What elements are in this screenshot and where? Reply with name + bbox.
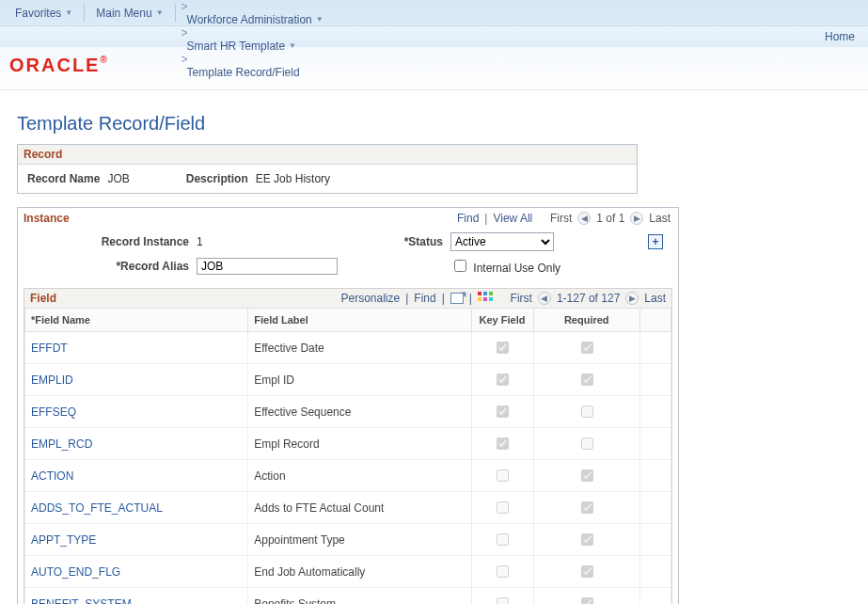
- key-field-checkbox: [497, 565, 509, 578]
- prev-icon[interactable]: ◀: [538, 292, 551, 305]
- next-icon[interactable]: ▶: [625, 292, 639, 305]
- main-menu-label: Main Menu: [96, 7, 151, 20]
- table-row: EMPLIDEmpl ID: [25, 364, 671, 396]
- field-header-row: *Field Name Field Label Key Field Requir…: [25, 309, 671, 332]
- spacer-cell: [639, 492, 671, 524]
- field-name-cell[interactable]: BENEFIT_SYSTEM: [25, 588, 248, 605]
- breadcrumb-item-label: Smart HR Template: [187, 40, 285, 53]
- record-panel-header: Record: [18, 145, 637, 165]
- divider-pipe: |: [469, 292, 472, 305]
- key-field-cell: [471, 524, 533, 556]
- chevron-down-icon: ▼: [289, 41, 296, 50]
- spacer-cell: [639, 428, 671, 460]
- record-name-value: JOB: [107, 172, 129, 185]
- add-row-button[interactable]: +: [648, 234, 663, 249]
- key-field-cell: [471, 428, 533, 460]
- field-name-cell[interactable]: EMPLID: [25, 364, 248, 396]
- key-field-cell: [471, 364, 533, 396]
- record-name-label: Record Name: [27, 172, 100, 185]
- field-grid-wrap: Field Personalize | Find | | First ◀ 1-1…: [24, 288, 672, 604]
- breadcrumb-separator: >: [181, 0, 188, 13]
- breadcrumb-item-label: Template Record/Field: [187, 66, 300, 79]
- record-alias-label: *Record Alias: [27, 260, 197, 273]
- field-label-cell: Appointment Type: [248, 524, 471, 556]
- table-row: EFFDTEffective Date: [25, 332, 671, 364]
- key-field-checkbox: [497, 374, 509, 386]
- col-spacer: [639, 309, 671, 332]
- oracle-logo: ORACLE®: [9, 55, 109, 75]
- download-grid-icon[interactable]: [478, 292, 493, 305]
- instance-viewall-link[interactable]: View All: [493, 212, 532, 225]
- record-desc-value: EE Job History: [256, 172, 330, 185]
- required-checkbox: [581, 597, 593, 604]
- field-name-cell[interactable]: EFFDT: [25, 332, 248, 364]
- field-label-cell: Effective Date: [248, 332, 471, 364]
- field-first-label: First: [511, 292, 532, 305]
- personalize-link[interactable]: Personalize: [341, 292, 401, 305]
- col-field-name[interactable]: *Field Name: [25, 309, 248, 332]
- breadcrumb-item[interactable]: Template Record/Field: [178, 66, 333, 79]
- field-name-cell[interactable]: APPT_TYPE: [25, 524, 248, 556]
- prev-icon[interactable]: ◀: [577, 212, 591, 225]
- status-select[interactable]: Active: [450, 232, 554, 251]
- breadcrumb-trail: >Set Up HCM▼>Product Related▼>Workforce …: [178, 0, 333, 79]
- required-cell: [533, 396, 639, 428]
- field-last-label: Last: [644, 292, 666, 305]
- field-grid-scroll[interactable]: *Field Name Field Label Key Field Requir…: [24, 308, 672, 604]
- divider: [175, 5, 176, 22]
- record-instance-value: 1: [197, 235, 347, 248]
- field-range-text: 1-127 of 127: [557, 292, 620, 305]
- table-row: ACTIONAction: [25, 460, 671, 492]
- record-instance-label: Record Instance: [27, 235, 197, 248]
- key-field-cell: [471, 556, 533, 588]
- internal-use-checkbox[interactable]: [454, 260, 466, 272]
- status-wrap: Active: [450, 232, 620, 251]
- table-row: EMPL_RCDEmpl Record: [25, 428, 671, 460]
- required-checkbox: [581, 501, 593, 514]
- spacer-cell: [639, 588, 671, 605]
- field-name-cell[interactable]: AUTO_END_FLG: [25, 556, 248, 588]
- breadcrumb-item[interactable]: Smart HR Template▼: [178, 40, 333, 53]
- record-desc-label: Description: [186, 172, 248, 185]
- favorites-menu[interactable]: Favorites ▼: [6, 0, 82, 25]
- spacer-cell: [639, 364, 671, 396]
- required-cell: [533, 556, 639, 588]
- field-name-cell[interactable]: ACTION: [25, 460, 248, 492]
- breadcrumb-item[interactable]: Workforce Administration▼: [178, 13, 333, 26]
- col-required[interactable]: Required: [533, 309, 639, 332]
- field-label-cell: Effective Sequence: [248, 396, 471, 428]
- status-label: *Status: [394, 235, 450, 248]
- key-field-cell: [471, 332, 533, 364]
- record-alias-input[interactable]: [197, 258, 338, 275]
- logo-area: ORACLE®: [0, 47, 868, 90]
- page-title: Template Record/Field: [17, 113, 847, 135]
- field-name-cell[interactable]: EMPL_RCD: [25, 428, 248, 460]
- required-cell: [533, 364, 639, 396]
- breadcrumb-separator: >: [181, 26, 188, 40]
- required-cell: [533, 524, 639, 556]
- field-name-cell[interactable]: EFFSEQ: [25, 396, 248, 428]
- divider-pipe: |: [405, 292, 408, 305]
- col-field-label[interactable]: Field Label: [248, 309, 471, 332]
- field-label-cell: Empl ID: [248, 364, 471, 396]
- next-icon[interactable]: ▶: [630, 212, 643, 225]
- table-row: EFFSEQEffective Sequence: [25, 396, 671, 428]
- home-link[interactable]: Home: [825, 30, 855, 43]
- key-field-cell: [471, 460, 533, 492]
- main-menu[interactable]: Main Menu ▼: [87, 0, 172, 25]
- instance-last-label: Last: [649, 212, 671, 225]
- record-desc-pair: Description EE Job History: [186, 172, 330, 185]
- col-key-field[interactable]: Key Field: [471, 309, 533, 332]
- spacer-cell: [639, 332, 671, 364]
- instance-find-link[interactable]: Find: [457, 212, 479, 225]
- field-name-cell[interactable]: ADDS_TO_FTE_ACTUAL: [25, 492, 248, 524]
- instance-page-text: 1 of 1: [596, 212, 624, 225]
- zoom-icon[interactable]: [450, 293, 464, 304]
- field-label-cell: Action: [248, 460, 471, 492]
- divider-pipe: |: [442, 292, 445, 305]
- chevron-down-icon: ▼: [156, 8, 164, 17]
- spacer-cell: [639, 460, 671, 492]
- field-find-link[interactable]: Find: [414, 292, 435, 305]
- instance-first-label: First: [550, 212, 572, 225]
- favorites-label: Favorites: [15, 7, 61, 20]
